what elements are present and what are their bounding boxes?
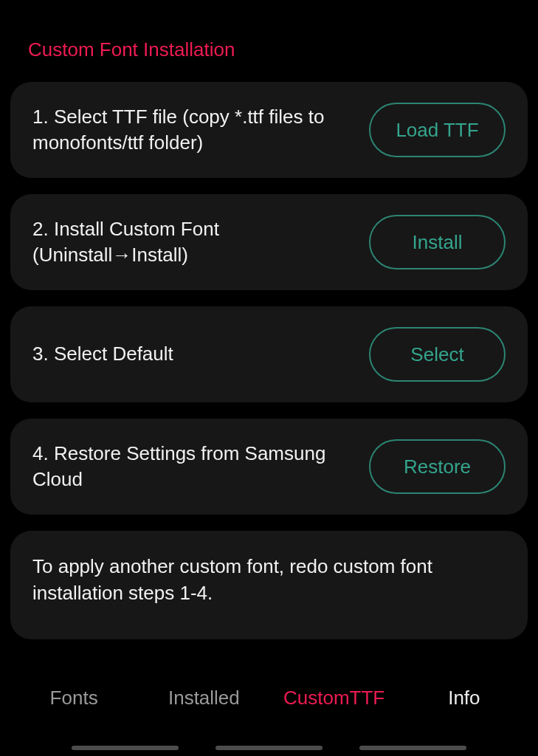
screen: Custom Font Installation 1. Select TTF f… (0, 0, 538, 756)
load-ttf-button[interactable]: Load TTF (369, 103, 506, 157)
tab-installed[interactable]: Installed (139, 681, 269, 709)
tab-fonts[interactable]: Fonts (9, 681, 139, 709)
step-card-4: 4. Restore Settings from Samsung Cloud R… (10, 419, 528, 515)
restore-button[interactable]: Restore (369, 439, 506, 494)
step-text: 1. Select TTF file (copy *.ttf files to … (32, 104, 354, 156)
step-card-3: 3. Select Default Select (10, 306, 528, 402)
section-title: Custom Font Installation (10, 0, 528, 82)
install-button[interactable]: Install (369, 215, 506, 269)
step-text: 3. Select Default (32, 341, 354, 367)
tab-info[interactable]: Info (399, 681, 529, 709)
note-card: To apply another custom font, redo custo… (10, 531, 528, 639)
tab-customttf[interactable]: CustomTTF (269, 681, 399, 709)
select-button[interactable]: Select (369, 327, 506, 382)
step-card-1: 1. Select TTF file (copy *.ttf files to … (10, 82, 528, 178)
step-text: 4. Restore Settings from Samsung Cloud (32, 441, 354, 492)
nav-home-hint[interactable] (215, 746, 323, 750)
nav-back-hint[interactable] (359, 746, 466, 750)
nav-recent-hint[interactable] (72, 746, 179, 750)
step-text: 2. Install Custom Font (Uninstall→Instal… (32, 216, 354, 268)
content-area: Custom Font Installation 1. Select TTF f… (0, 0, 538, 756)
step-card-2: 2. Install Custom Font (Uninstall→Instal… (10, 194, 528, 290)
tab-bar: Fonts Installed CustomTTF Info (0, 670, 538, 756)
nav-gesture-hints (0, 746, 538, 750)
